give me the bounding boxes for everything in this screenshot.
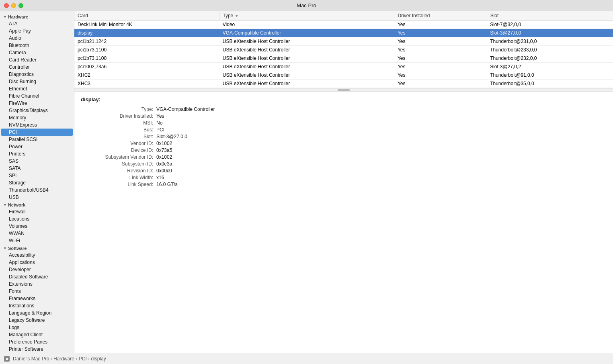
cell-card: XHC2 [74, 71, 219, 80]
detail-label: Bus: [81, 127, 153, 133]
sidebar-item-fonts[interactable]: Fonts [0, 288, 74, 295]
col-header-card[interactable]: Card [74, 11, 219, 20]
breadcrumb: Daniel's Mac Pro › Hardware › PCI › disp… [13, 356, 106, 362]
minimize-button[interactable] [11, 3, 16, 8]
table-row[interactable]: pci1002,73a6USB eXtensible Host Controll… [74, 63, 613, 71]
table-row[interactable]: pci1b21,1242USB eXtensible Host Controll… [74, 37, 613, 46]
cell-type: USB eXtensible Host Controller [219, 54, 394, 63]
sidebar-item-managed-client[interactable]: Managed Client [0, 331, 74, 338]
sidebar-item-preference-panes[interactable]: Preference Panes [0, 338, 74, 346]
cell-driver_installed: Yes [394, 29, 487, 37]
cell-card: pci1002,73a6 [74, 63, 219, 71]
sidebar-item-printer-software[interactable]: Printer Software [0, 346, 74, 353]
sidebar-item-controller[interactable]: Controller [0, 63, 74, 71]
titlebar: Mac Pro [0, 0, 613, 11]
detail-label: Subsystem Vendor ID: [81, 154, 153, 160]
sidebar-item-usb[interactable]: USB [0, 194, 74, 201]
sidebar-item-ethernet[interactable]: Ethernet [0, 85, 74, 92]
detail-label: Driver Installed: [81, 113, 153, 119]
sidebar-item-disabled-software[interactable]: Disabled Software [0, 273, 74, 280]
detail-value: Slot-3@27,0,0 [156, 134, 607, 139]
sidebar-item-power[interactable]: Power [0, 143, 74, 150]
sidebar-section-hardware[interactable]: ▼ Hardware [0, 13, 74, 20]
maximize-button[interactable] [18, 3, 23, 8]
sidebar-item-parallel-scsi[interactable]: Parallel SCSI [0, 136, 74, 143]
table-row[interactable]: pci1b73,1100USB eXtensible Host Controll… [74, 54, 613, 63]
sidebar-item-accessibility[interactable]: Accessibility [0, 252, 74, 259]
detail-value: VGA-Compatible Controller [156, 106, 607, 112]
table-row[interactable]: pci1b73,1100USB eXtensible Host Controll… [74, 46, 613, 54]
table-row[interactable]: XHC2USB eXtensible Host ControllerYesThu… [74, 71, 613, 80]
cell-type: USB eXtensible Host Controller [219, 80, 394, 88]
col-header-type[interactable]: Type▼ [219, 11, 394, 20]
sidebar-item-language---region[interactable]: Language & Region [0, 309, 74, 317]
sidebar-item-graphics-displays[interactable]: Graphics/Displays [0, 107, 74, 114]
detail-value: Yes [156, 113, 607, 119]
detail-value: x16 [156, 175, 607, 180]
table-row[interactable]: displayVGA-Compatible ControllerYesSlot-… [74, 29, 613, 37]
chevron-down-icon: ▼ [3, 246, 7, 250]
sidebar-item-logs[interactable]: Logs [0, 324, 74, 331]
sidebar-item-sata[interactable]: SATA [0, 165, 74, 172]
cell-card: XHC3 [74, 80, 219, 88]
sidebar-item-nvmexpress[interactable]: NVMExpress [0, 121, 74, 129]
sidebar-item-disc-burning[interactable]: Disc Burning [0, 78, 74, 85]
pci-table-container: CardType▼Driver InstalledSlot DeckLink M… [74, 11, 613, 88]
scroll-bar[interactable] [74, 88, 613, 92]
cell-type: Video [219, 20, 394, 29]
cell-driver_installed: Yes [394, 20, 487, 29]
sidebar-item-printers[interactable]: Printers [0, 150, 74, 157]
detail-label: Device ID: [81, 147, 153, 153]
sidebar-item-fibre-channel[interactable]: Fibre Channel [0, 92, 74, 100]
sidebar-item-storage[interactable]: Storage [0, 179, 74, 186]
sidebar-item-audio[interactable]: Audio [0, 35, 74, 42]
detail-label: Subsystem ID: [81, 161, 153, 167]
sidebar-item-applications[interactable]: Applications [0, 259, 74, 266]
sidebar-item-wwan[interactable]: WWAN [0, 230, 74, 237]
sidebar-item-developer[interactable]: Developer [0, 266, 74, 273]
cell-type: USB eXtensible Host Controller [219, 71, 394, 80]
detail-value: 0x73a5 [156, 147, 607, 153]
breadcrumb-item: Hardware [53, 356, 74, 362]
content-area: CardType▼Driver InstalledSlot DeckLink M… [74, 11, 613, 353]
cell-slot: Thunderbolt@91,0,0 [487, 71, 613, 80]
sidebar-item-pci[interactable]: PCI [1, 129, 73, 136]
sidebar-item-spi[interactable]: SPI [0, 172, 74, 179]
sidebar-section-network[interactable]: ▼ Network [0, 201, 74, 208]
sidebar-item-apple-pay[interactable]: Apple Pay [0, 27, 74, 35]
sidebar-item-firewire[interactable]: FireWire [0, 100, 74, 107]
sidebar-item-frameworks[interactable]: Frameworks [0, 295, 74, 302]
sidebar-item-card-reader[interactable]: Card Reader [0, 56, 74, 63]
sidebar-item-camera[interactable]: Camera [0, 49, 74, 56]
sidebar-item-ata[interactable]: ATA [0, 20, 74, 27]
cell-slot: Thunderbolt@35,0,0 [487, 80, 613, 88]
sidebar-item-firewall[interactable]: Firewall [0, 208, 74, 215]
breadcrumb-item: display [91, 356, 106, 362]
sidebar-item-diagnostics[interactable]: Diagnostics [0, 71, 74, 78]
sidebar-section-software[interactable]: ▼ Software [0, 244, 74, 252]
sidebar-item-bluetooth[interactable]: Bluetooth [0, 42, 74, 49]
close-button[interactable] [4, 3, 9, 8]
detail-title: display: [81, 96, 607, 102]
sidebar-item-wi-fi[interactable]: Wi-Fi [0, 237, 74, 244]
cell-driver_installed: Yes [394, 63, 487, 71]
sidebar-item-locations[interactable]: Locations [0, 215, 74, 223]
breadcrumb-item: PCI [79, 356, 87, 362]
sidebar-item-thunderbolt-usb4[interactable]: Thunderbolt/USB4 [0, 186, 74, 194]
sidebar-item-memory[interactable]: Memory [0, 114, 74, 121]
table-row[interactable]: XHC3USB eXtensible Host ControllerYesThu… [74, 80, 613, 88]
detail-value: 0x1002 [156, 154, 607, 160]
detail-label: Slot: [81, 134, 153, 139]
cell-type: USB eXtensible Host Controller [219, 37, 394, 46]
detail-value: No [156, 120, 607, 126]
sidebar-item-legacy-software[interactable]: Legacy Software [0, 317, 74, 324]
table-row[interactable]: DeckLink Mini Monitor 4KVideoYesSlot-7@3… [74, 20, 613, 29]
cell-card: DeckLink Mini Monitor 4K [74, 20, 219, 29]
sidebar-item-extensions[interactable]: Extensions [0, 280, 74, 288]
sidebar-item-installations[interactable]: Installations [0, 302, 74, 309]
detail-value: PCI [156, 127, 607, 133]
breadcrumb-item: Daniel's Mac Pro [13, 356, 49, 362]
sidebar-item-volumes[interactable]: Volumes [0, 223, 74, 230]
sidebar-item-sas[interactable]: SAS [0, 157, 74, 165]
window-title: Mac Pro [297, 2, 316, 8]
